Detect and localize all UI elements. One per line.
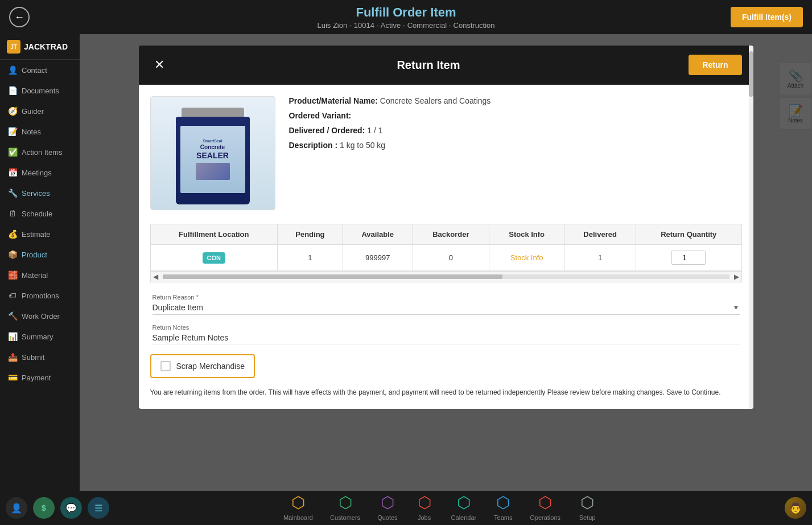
sidebar-label-notes: Notes: [22, 128, 41, 136]
sidebar-label-action-items: Action Items: [22, 148, 63, 157]
dollar-icon: $: [42, 503, 46, 512]
bottom-nav-operations[interactable]: ⬡ Operations: [530, 493, 560, 521]
modal-overlay: ✕ Return Item Return SmartSeal: [80, 34, 812, 491]
material-icon: 🧱: [8, 270, 17, 280]
col-available: Available: [343, 224, 413, 245]
modal-scrollbar-thumb: [749, 51, 753, 97]
cell-return-qty: [636, 245, 741, 271]
bottom-app-bar: 👤 $ 💬 ☰ ⬡ Mainboard ⬡ Customers ⬡ Quotes…: [0, 491, 812, 525]
sidebar-item-summary[interactable]: 📊 Summary: [0, 326, 80, 347]
table-row: CON 1 999997 0 Stock Info 1: [150, 245, 741, 271]
sidebar-item-material[interactable]: 🧱 Material: [0, 265, 80, 285]
sidebar-item-action-items[interactable]: ✅ Action Items: [0, 142, 80, 162]
ordered-variant-label: Ordered Variant:: [289, 111, 352, 120]
return-reason-select-wrapper[interactable]: Duplicate Item ▼: [152, 303, 740, 315]
return-notes-label: Return Notes: [152, 324, 740, 331]
sidebar-label-payment: Payment: [22, 374, 51, 382]
chat-icon: 💬: [65, 503, 77, 514]
col-delivered: Delivered: [564, 224, 636, 245]
sidebar-item-services[interactable]: 🔧 Services: [0, 183, 80, 203]
bottom-nav-quotes[interactable]: ⬡ Quotes: [377, 493, 397, 521]
setup-hex-icon: ⬡: [578, 493, 597, 512]
bottom-nav-setup[interactable]: ⬡ Setup: [578, 493, 597, 521]
mainboard-hex-icon: ⬡: [288, 493, 308, 512]
modal-close-button[interactable]: ✕: [150, 56, 168, 74]
sidebar-label-guider: Guider: [22, 107, 44, 116]
bottom-center-nav: ⬡ Mainboard ⬡ Customers ⬡ Quotes ⬡ Jobs …: [114, 493, 766, 523]
sidebar-label-schedule: Schedule: [22, 210, 52, 218]
product-name-label: Product/Material Name:: [289, 96, 378, 105]
delivered-ordered-label: Delivered / Ordered:: [289, 126, 365, 135]
list-bottom-icon[interactable]: ☰: [88, 497, 109, 519]
sidebar-label-summary: Summary: [22, 333, 53, 341]
bottom-nav-mainboard[interactable]: ⬡ Mainboard: [283, 493, 313, 521]
ordered-variant-row: Ordered Variant:: [289, 111, 742, 120]
sidebar-item-notes[interactable]: 📝 Notes: [0, 121, 80, 142]
teams-label: Teams: [494, 514, 512, 521]
user-avatar[interactable]: 👨: [785, 497, 806, 519]
dollar-bottom-icon[interactable]: $: [33, 497, 55, 519]
sidebar-item-product[interactable]: 📦 Product: [0, 244, 80, 265]
return-notes-group: Return Notes Sample Return Notes: [152, 324, 740, 345]
sidebar-item-guider[interactable]: 🧭 Guider: [0, 101, 80, 121]
bottom-nav-calendar[interactable]: ⬡ Calendar: [451, 493, 477, 521]
return-reason-value: Duplicate Item: [152, 303, 733, 312]
bottom-nav-customers[interactable]: ⬡ Customers: [330, 493, 360, 521]
sidebar-item-contact[interactable]: 👤 Contact: [0, 60, 80, 80]
back-icon: ←: [14, 11, 24, 23]
scrap-merchandise-checkbox-wrapper[interactable]: Scrap Merchandise: [150, 354, 255, 378]
fulfillment-table-section: Fulfillment Location Pending Available B…: [150, 224, 742, 282]
modal-scrollbar[interactable]: [749, 46, 753, 409]
calendar-hex-icon: ⬡: [454, 493, 473, 512]
sidebar-label-documents: Documents: [22, 87, 59, 95]
return-button[interactable]: Return: [689, 55, 741, 75]
sidebar-label-contact: Contact: [22, 66, 47, 75]
sidebar-label-material: Material: [22, 271, 48, 280]
chat-bottom-icon[interactable]: 💬: [60, 497, 82, 519]
sidebar-label-work-order: Work Order: [22, 312, 60, 321]
scrap-merchandise-section: Scrap Merchandise: [150, 354, 742, 378]
main-content: 📎 Attach 📝 Notes Delivery Method Deliver…: [80, 34, 812, 491]
sidebar-item-documents[interactable]: 📄 Documents: [0, 80, 80, 101]
contact-icon: 👤: [8, 65, 17, 75]
fulfillment-table: Fulfillment Location Pending Available B…: [150, 224, 742, 271]
sidebar-item-payment[interactable]: 💳 Payment: [0, 367, 80, 388]
documents-icon: 📄: [8, 86, 17, 95]
services-icon: 🔧: [8, 188, 17, 198]
sidebar-item-meetings[interactable]: 📅 Meetings: [0, 162, 80, 183]
return-notes-value: Sample Return Notes: [152, 333, 740, 345]
operations-hex-icon: ⬡: [535, 493, 555, 512]
sidebar-label-services: Services: [22, 189, 50, 198]
schedule-icon: 🗓: [8, 209, 17, 218]
return-quantity-input[interactable]: [671, 251, 706, 265]
back-button[interactable]: ←: [9, 7, 30, 27]
product-name-value: Concrete Sealers and Coatings: [380, 96, 491, 105]
col-stock-info: Stock Info: [489, 224, 564, 245]
sidebar-item-schedule[interactable]: 🗓 Schedule: [0, 203, 80, 224]
sidebar-item-work-order[interactable]: 🔨 Work Order: [0, 306, 80, 326]
sidebar-item-submit[interactable]: 📤 Submit: [0, 347, 80, 367]
calendar-label: Calendar: [451, 514, 477, 521]
sidebar-item-estimate[interactable]: 💰 Estimate: [0, 224, 80, 244]
summary-icon: 📊: [8, 332, 17, 341]
return-reason-group: Return Reason * Duplicate Item ▼: [152, 294, 740, 315]
submit-icon: 📤: [8, 352, 17, 362]
return-reason-label: Return Reason *: [152, 294, 740, 301]
bottom-nav-jobs[interactable]: ⬡ Jobs: [415, 493, 434, 521]
stock-info-link[interactable]: Stock Info: [510, 253, 543, 262]
description-value: 1 kg to 50 kg: [340, 141, 385, 150]
promotions-icon: 🏷: [8, 291, 17, 300]
page-header: Fulfill Order Item Luis Zion - 10014 - A…: [317, 5, 494, 30]
cell-delivered: 1: [564, 245, 636, 271]
col-return-quantity: Return Quantity: [636, 224, 741, 245]
scrap-merchandise-checkbox[interactable]: [160, 361, 171, 371]
dropdown-arrow-icon: ▼: [733, 303, 740, 311]
fulfill-items-button[interactable]: Fulfill Item(s): [731, 7, 803, 27]
person-bottom-icon[interactable]: 👤: [6, 497, 27, 519]
scrap-merchandise-label: Scrap Merchandise: [176, 362, 245, 371]
bottom-nav-teams[interactable]: ⬡ Teams: [493, 493, 513, 521]
sidebar-item-promotions[interactable]: 🏷 Promotions: [0, 285, 80, 306]
payment-icon: 💳: [8, 373, 17, 382]
page-subtitle: Luis Zion - 10014 - Active - Commercial …: [317, 21, 494, 30]
top-bar: ← Fulfill Order Item Luis Zion - 10014 -…: [0, 0, 812, 34]
